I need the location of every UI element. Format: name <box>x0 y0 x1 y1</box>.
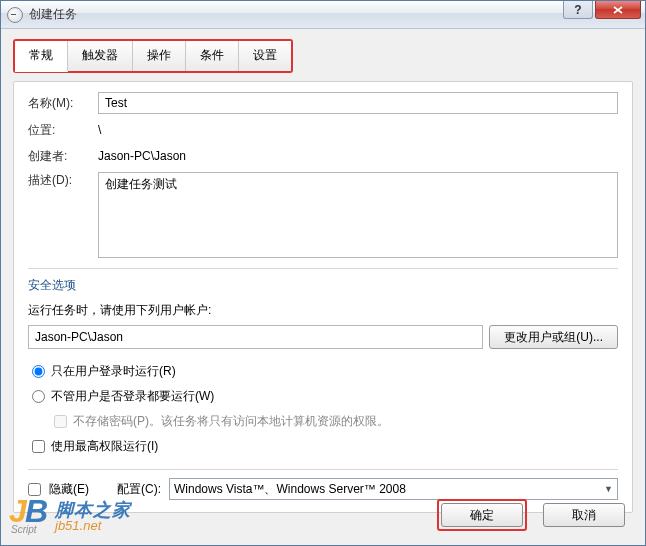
row-account: 更改用户或组(U)... <box>28 325 618 349</box>
dialog-buttons: 确定 取消 <box>437 499 625 531</box>
tab-conditions[interactable]: 条件 <box>186 41 239 71</box>
highest-priv-label: 使用最高权限运行(I) <box>51 438 158 455</box>
close-icon <box>613 6 623 14</box>
check-row-highest-priv[interactable]: 使用最高权限运行(I) <box>28 434 618 459</box>
name-label: 名称(M): <box>28 95 98 112</box>
security-title: 安全选项 <box>28 277 618 294</box>
radio-any-login-label: 不管用户是否登录都要运行(W) <box>51 388 214 405</box>
location-value: \ <box>98 120 101 140</box>
location-label: 位置: <box>28 122 98 139</box>
configure-combo[interactable]: Windows Vista™、Windows Server™ 2008 ▼ <box>169 478 618 500</box>
run-as-label: 运行任务时，请使用下列用户帐户: <box>28 302 618 319</box>
account-input[interactable] <box>28 325 483 349</box>
watermark-script: Script <box>11 524 37 535</box>
dialog-window: 创建任务 ? 常规 触发器 操作 条件 设置 名称(M): 位置: \ <box>0 0 646 546</box>
ok-button[interactable]: 确定 <box>441 503 523 527</box>
watermark-text: 脚本之家 jb51.net <box>55 501 131 532</box>
general-panel: 名称(M): 位置: \ 创建者: Jason-PC\Jason 描述(D): … <box>13 81 633 513</box>
row-creator: 创建者: Jason-PC\Jason <box>28 146 618 166</box>
creator-label: 创建者: <box>28 148 98 165</box>
creator-value: Jason-PC\Jason <box>98 146 186 166</box>
watermark-cn: 脚本之家 <box>55 501 131 519</box>
name-input[interactable] <box>98 92 618 114</box>
row-name: 名称(M): <box>28 92 618 114</box>
divider-bottom <box>28 469 618 470</box>
divider <box>28 268 618 269</box>
tab-strip: 常规 触发器 操作 条件 设置 <box>13 39 293 73</box>
ok-highlight: 确定 <box>437 499 527 531</box>
dialog-content: 常规 触发器 操作 条件 设置 名称(M): 位置: \ 创建者: Jason-… <box>1 29 645 525</box>
tab-settings[interactable]: 设置 <box>239 41 291 71</box>
cancel-button[interactable]: 取消 <box>543 503 625 527</box>
tab-triggers[interactable]: 触发器 <box>68 41 133 71</box>
radio-row-any-login[interactable]: 不管用户是否登录都要运行(W) <box>28 384 618 409</box>
no-store-pw-label: 不存储密码(P)。该任务将只有访问本地计算机资源的权限。 <box>73 413 389 430</box>
radio-row-logged-on[interactable]: 只在用户登录时运行(R) <box>28 359 618 384</box>
titlebar: 创建任务 ? <box>1 1 645 29</box>
tab-actions[interactable]: 操作 <box>133 41 186 71</box>
window-controls: ? <box>563 1 641 19</box>
description-input[interactable] <box>98 172 618 258</box>
tab-general[interactable]: 常规 <box>15 41 68 72</box>
check-row-no-store-pw: 不存储密码(P)。该任务将只有访问本地计算机资源的权限。 <box>50 409 618 434</box>
checkbox-no-store-pw <box>54 415 67 428</box>
watermark-url: jb51.net <box>55 519 131 532</box>
description-label: 描述(D): <box>28 172 98 189</box>
chevron-down-icon: ▼ <box>604 484 613 494</box>
watermark: JB 脚本之家 jb51.net Script <box>7 495 131 537</box>
close-button[interactable] <box>595 1 641 19</box>
row-description: 描述(D): <box>28 172 618 258</box>
checkbox-highest-priv[interactable] <box>32 440 45 453</box>
radio-logged-on[interactable] <box>32 365 45 378</box>
help-button[interactable]: ? <box>563 1 593 19</box>
row-location: 位置: \ <box>28 120 618 140</box>
clock-icon <box>7 7 23 23</box>
configure-value: Windows Vista™、Windows Server™ 2008 <box>174 481 406 498</box>
change-user-button[interactable]: 更改用户或组(U)... <box>489 325 618 349</box>
window-title: 创建任务 <box>29 6 639 23</box>
radio-any-login[interactable] <box>32 390 45 403</box>
radio-logged-on-label: 只在用户登录时运行(R) <box>51 363 176 380</box>
